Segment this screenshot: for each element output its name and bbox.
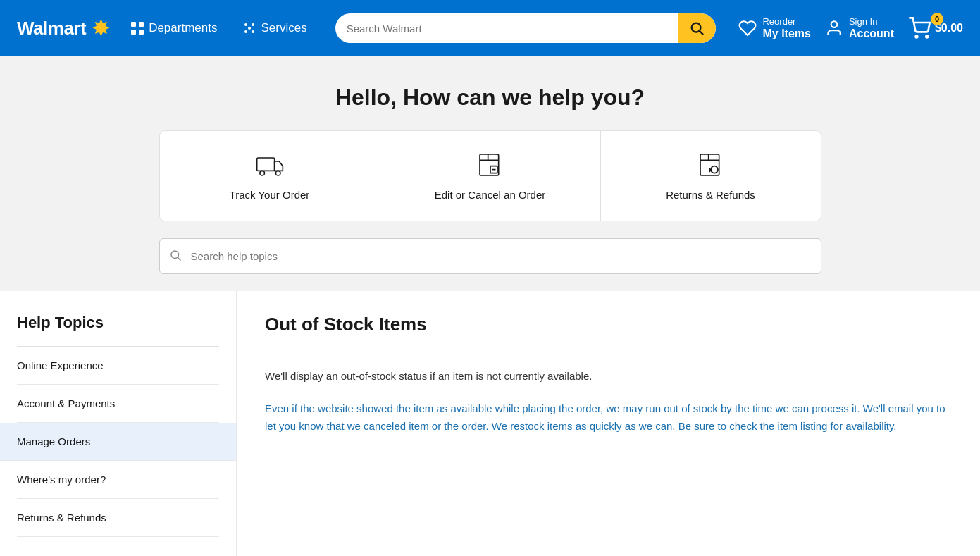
sidebar-item-online-experience[interactable]: Online Experience <box>17 347 219 385</box>
cart-badge: 0 <box>931 13 943 25</box>
sidebar-item-returns-refunds[interactable]: Returns & Refunds <box>17 499 219 537</box>
main-search-input[interactable] <box>335 14 678 43</box>
logo-text: Walmart <box>17 18 86 39</box>
svg-rect-0 <box>131 22 136 27</box>
services-label: Services <box>261 21 306 35</box>
svg-point-15 <box>259 171 264 175</box>
article-paragraph-1: We'll display an out-of-stock status if … <box>265 367 952 385</box>
cart-icon <box>908 17 931 39</box>
svg-point-11 <box>831 21 838 27</box>
svg-line-10 <box>700 31 704 35</box>
signin-button[interactable]: Sign In Account <box>825 16 894 41</box>
svg-rect-14 <box>256 158 274 171</box>
svg-rect-2 <box>131 30 136 35</box>
search-help-container <box>159 238 821 274</box>
svg-rect-17 <box>480 154 499 175</box>
reorder-button[interactable]: Reorder My Items <box>738 16 810 41</box>
svg-rect-3 <box>139 30 144 35</box>
logo-spark: ✸ <box>92 17 111 39</box>
search-icon <box>689 20 705 36</box>
walmart-logo[interactable]: Walmart ✸ <box>17 17 111 39</box>
main-search-button[interactable] <box>678 13 716 43</box>
article-heading: Out of Stock Items <box>265 314 952 335</box>
edit-order-icon <box>476 151 504 179</box>
svg-point-16 <box>275 171 280 175</box>
sidebar-heading: Help Topics <box>17 314 219 332</box>
reorder-main: My Items <box>762 27 810 40</box>
services-icon <box>242 21 256 35</box>
departments-button[interactable]: Departments <box>125 18 223 38</box>
sidebar-item-wheres-my-order[interactable]: Where's my order? <box>17 461 219 499</box>
svg-point-27 <box>171 251 179 259</box>
signin-main: Account <box>849 27 894 40</box>
sidebar-item-account-payments[interactable]: Account & Payments <box>17 385 219 423</box>
grid-icon <box>130 21 144 35</box>
heart-icon <box>738 19 757 37</box>
sidebar-item-manage-orders[interactable]: Manage Orders <box>0 423 236 461</box>
svg-rect-1 <box>139 22 144 27</box>
svg-point-4 <box>244 23 247 26</box>
cart-button[interactable]: 0 $0.00 <box>908 17 963 39</box>
svg-point-7 <box>252 30 254 33</box>
user-icon <box>825 19 843 37</box>
header-actions: Reorder My Items Sign In Account 0 $0.00 <box>738 16 963 41</box>
hero-heading: Hello, How can we help you? <box>11 85 969 111</box>
services-button[interactable]: Services <box>237 18 312 38</box>
quick-links: Track Your Order Edit or Cancel an Order <box>159 130 821 221</box>
help-search-input[interactable] <box>159 238 821 274</box>
header: Walmart ✸ Departments Services <box>0 0 980 56</box>
truck-icon <box>256 151 284 179</box>
returns-refunds-label: Returns & Refunds <box>666 189 755 201</box>
svg-point-6 <box>244 30 247 33</box>
sidebar: Help Topics Online Experience Account & … <box>0 291 237 556</box>
article-bottom-divider <box>265 450 952 450</box>
returns-icon <box>697 151 725 179</box>
hero-section: Hello, How can we help you? Track Your O… <box>0 56 980 291</box>
article-top-divider <box>265 350 952 350</box>
departments-label: Departments <box>149 21 217 35</box>
reorder-sub: Reorder <box>762 16 810 27</box>
edit-cancel-button[interactable]: Edit or Cancel an Order <box>380 131 601 221</box>
svg-point-5 <box>252 23 254 26</box>
article-paragraph-2: Even if the website showed the item as a… <box>265 400 952 435</box>
article-content: Out of Stock Items We'll display an out-… <box>237 291 980 556</box>
main-content: Help Topics Online Experience Account & … <box>0 291 980 556</box>
svg-line-28 <box>178 257 180 260</box>
svg-point-12 <box>916 36 918 38</box>
svg-point-9 <box>692 23 701 32</box>
edit-cancel-label: Edit or Cancel an Order <box>435 189 546 201</box>
help-search-icon <box>169 249 182 264</box>
main-search-bar <box>335 13 717 43</box>
svg-point-13 <box>926 36 928 38</box>
svg-point-8 <box>248 27 251 30</box>
track-order-button[interactable]: Track Your Order <box>160 131 380 221</box>
signin-sub: Sign In <box>849 16 894 27</box>
returns-refunds-button[interactable]: Returns & Refunds <box>601 131 821 221</box>
track-order-label: Track Your Order <box>230 189 310 201</box>
